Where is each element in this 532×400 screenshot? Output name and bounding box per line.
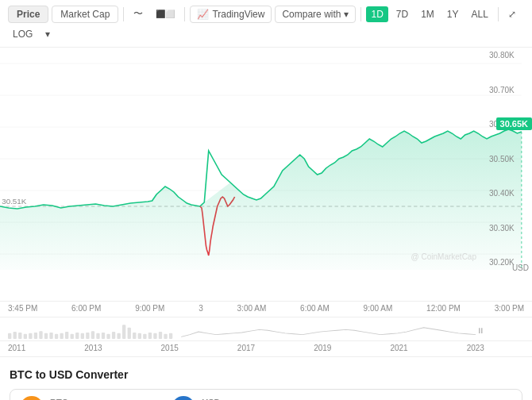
svg-rect-21 bbox=[65, 332, 68, 339]
price-chart-svg[interactable]: 30.51K bbox=[0, 48, 532, 270]
hist-time-6: 2021 bbox=[390, 344, 407, 354]
watermark: @ CoinMarketCap bbox=[411, 252, 476, 261]
svg-rect-24 bbox=[81, 333, 84, 339]
y-label-5: 30.40K bbox=[489, 189, 529, 198]
line-chart-btn[interactable]: 〜 bbox=[129, 5, 148, 23]
tradingview-label: TradingView bbox=[212, 9, 264, 20]
svg-rect-36 bbox=[143, 334, 146, 339]
time-btn-7d[interactable]: 7D bbox=[391, 6, 413, 22]
svg-rect-35 bbox=[138, 333, 141, 339]
compare-btn[interactable]: Compare with ▾ bbox=[275, 6, 356, 23]
svg-text:30.51K: 30.51K bbox=[2, 197, 27, 205]
svg-rect-33 bbox=[128, 328, 131, 339]
expand-btn[interactable]: ⤢ bbox=[503, 6, 521, 22]
hist-time-4: 2017 bbox=[237, 344, 255, 354]
svg-rect-16 bbox=[39, 331, 42, 339]
svg-rect-29 bbox=[106, 334, 110, 339]
svg-rect-31 bbox=[117, 333, 120, 339]
svg-rect-12 bbox=[18, 333, 21, 339]
svg-rect-32 bbox=[122, 325, 125, 339]
svg-rect-13 bbox=[24, 334, 27, 339]
svg-rect-30 bbox=[112, 332, 115, 339]
hist-time-3: 2015 bbox=[161, 344, 179, 354]
time-6: 6:00 AM bbox=[300, 304, 330, 314]
hist-time-2: 2013 bbox=[84, 344, 102, 354]
converter-title: BTC to USD Converter bbox=[10, 368, 522, 381]
separator-4 bbox=[498, 7, 499, 21]
separator-3 bbox=[360, 7, 361, 21]
converter-row: ₿ BTC Bitcoin 1 = $ USD United States Do… bbox=[10, 389, 522, 400]
btc-ticker: BTC bbox=[50, 398, 85, 401]
hist-time-7: 2023 bbox=[467, 344, 484, 354]
chart-toolbar: Price Market Cap 〜 ⬛⬜ 📈 TradingView Comp… bbox=[0, 0, 532, 48]
more-btn[interactable]: ▾ bbox=[40, 26, 55, 42]
chart-container: 30.80K 30.70K 30.60K 30.50K 30.40K 30.30… bbox=[0, 48, 532, 302]
time-4: 3 bbox=[199, 304, 203, 314]
time-9: 3:00 PM bbox=[495, 304, 524, 314]
y-label-6: 30.30K bbox=[489, 224, 529, 233]
candle-chart-btn[interactable]: ⬛⬜ bbox=[151, 7, 179, 21]
svg-rect-22 bbox=[71, 334, 74, 339]
usd-details: USD United States Dollar bbox=[202, 398, 300, 401]
svg-rect-23 bbox=[75, 333, 79, 339]
svg-rect-11 bbox=[13, 332, 17, 339]
usd-label: USD bbox=[512, 263, 529, 272]
y-label-1: 30.80K bbox=[489, 51, 529, 60]
y-label-4: 30.50K bbox=[489, 155, 529, 163]
time-2: 6:00 PM bbox=[71, 304, 101, 314]
svg-rect-27 bbox=[96, 333, 99, 339]
price-tab[interactable]: Price bbox=[8, 6, 48, 23]
svg-rect-41 bbox=[169, 333, 172, 339]
svg-rect-15 bbox=[34, 333, 37, 339]
more-icon: ▾ bbox=[45, 29, 50, 40]
time-btn-1m[interactable]: 1M bbox=[416, 6, 439, 22]
svg-rect-40 bbox=[164, 334, 167, 339]
svg-text:⏸: ⏸ bbox=[476, 326, 484, 335]
volume-chart: ⏸ bbox=[8, 319, 484, 339]
tradingview-icon: 📈 bbox=[197, 9, 209, 20]
usd-ticker: USD bbox=[202, 398, 300, 401]
svg-rect-19 bbox=[55, 334, 58, 339]
svg-rect-37 bbox=[148, 333, 152, 339]
usd-info: $ USD United States Dollar bbox=[172, 396, 300, 400]
btc-info: ₿ BTC Bitcoin bbox=[20, 396, 115, 400]
time-5: 3:00 AM bbox=[237, 304, 267, 314]
y-axis-labels: 30.80K 30.70K 30.60K 30.50K 30.40K 30.30… bbox=[486, 48, 532, 270]
svg-rect-38 bbox=[153, 333, 156, 339]
converter-section: BTC to USD Converter ₿ BTC Bitcoin 1 = $… bbox=[0, 357, 532, 400]
svg-rect-26 bbox=[91, 331, 94, 339]
time-btn-all[interactable]: ALL bbox=[467, 6, 493, 22]
svg-rect-17 bbox=[44, 333, 48, 339]
hist-time-1: 2011 bbox=[8, 344, 25, 354]
svg-rect-28 bbox=[102, 333, 105, 339]
hist-time-5: 2019 bbox=[314, 344, 331, 354]
chart-fill-area bbox=[0, 129, 522, 270]
separator-2 bbox=[184, 7, 185, 21]
line-icon: 〜 bbox=[133, 7, 143, 21]
svg-rect-25 bbox=[86, 333, 89, 339]
y-label-2: 30.70K bbox=[489, 86, 529, 94]
btc-icon: ₿ bbox=[20, 396, 44, 400]
time-8: 12:00 PM bbox=[426, 304, 461, 314]
time-1: 3:45 PM bbox=[8, 304, 37, 314]
svg-rect-10 bbox=[8, 333, 11, 339]
time-btn-1d[interactable]: 1D bbox=[366, 6, 387, 22]
svg-rect-39 bbox=[159, 332, 162, 339]
historical-time-axis: 2011 2013 2015 2017 2019 2021 2023 bbox=[0, 341, 532, 357]
current-price-badge: 30.65K bbox=[496, 117, 532, 130]
market-cap-tab[interactable]: Market Cap bbox=[52, 6, 118, 23]
log-btn[interactable]: LOG bbox=[8, 26, 37, 42]
separator-1 bbox=[123, 7, 124, 21]
svg-rect-20 bbox=[60, 333, 63, 339]
svg-rect-18 bbox=[49, 333, 52, 339]
svg-rect-34 bbox=[133, 333, 136, 339]
candle-icon: ⬛⬜ bbox=[156, 10, 175, 18]
svg-rect-14 bbox=[29, 333, 32, 339]
time-btn-1y[interactable]: 1Y bbox=[442, 6, 464, 22]
compare-label: Compare with bbox=[282, 9, 341, 20]
btc-details: BTC Bitcoin bbox=[50, 398, 85, 401]
tradingview-btn[interactable]: 📈 TradingView bbox=[190, 6, 272, 23]
expand-icon: ⤢ bbox=[508, 9, 516, 20]
time-7: 9:00 AM bbox=[364, 304, 393, 314]
time-3: 9:00 PM bbox=[135, 304, 164, 314]
